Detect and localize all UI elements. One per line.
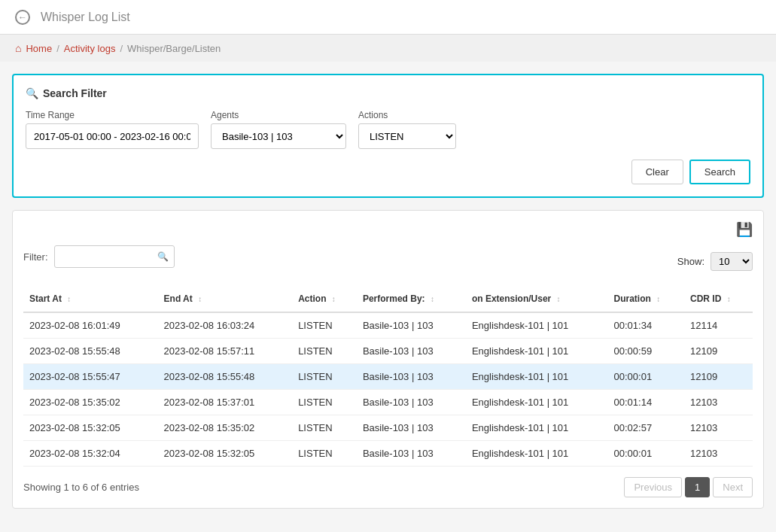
agents-label: Agents: [211, 110, 346, 120]
col-end-at[interactable]: End At ↕: [158, 286, 293, 312]
agents-select[interactable]: Basile-103 | 103: [211, 123, 346, 149]
table-row: 2023-02-08 16:01:492023-02-08 16:03:24LI…: [23, 312, 753, 339]
cell-end_at: 2023-02-08 15:57:11: [158, 339, 293, 364]
table-row: 2023-02-08 15:32:052023-02-08 15:35:02LI…: [23, 415, 753, 441]
cell-cdr_id: 12109: [684, 364, 753, 390]
cell-start_at: 2023-02-08 15:55:48: [23, 339, 158, 364]
breadcrumb-home[interactable]: Home: [26, 43, 52, 54]
cell-action: LISTEN: [292, 415, 357, 441]
cell-end_at: 2023-02-08 15:55:48: [158, 364, 293, 390]
actions-label: Actions: [358, 110, 456, 120]
table-header-row: Start At ↕ End At ↕ Action ↕ Performed B…: [23, 286, 753, 312]
cell-cdr_id: 12103: [684, 415, 753, 441]
cell-end_at: 2023-02-08 15:32:05: [158, 441, 293, 467]
filter-row: Time Range Agents Basile-103 | 103 Actio…: [26, 110, 750, 149]
cell-cdr_id: 12103: [684, 441, 753, 467]
show-label: Show:: [677, 256, 704, 267]
cell-duration: 00:02:57: [608, 415, 684, 441]
cell-cdr_id: 12114: [684, 312, 753, 339]
show-row: Show: 10 25 50 100: [677, 252, 753, 271]
cell-performed_by: Basile-103 | 103: [357, 364, 466, 390]
cell-action: LISTEN: [292, 441, 357, 467]
time-range-input[interactable]: [26, 123, 199, 149]
pagination-summary: Showing 1 to 6 of 6 entries: [23, 482, 139, 493]
search-filter-title: 🔍 Search Filter: [26, 87, 750, 99]
cell-start_at: 2023-02-08 15:35:02: [23, 390, 158, 415]
col-action[interactable]: Action ↕: [292, 286, 357, 312]
cell-performed_by: Basile-103 | 103: [357, 312, 466, 339]
cell-duration: 00:01:34: [608, 312, 684, 339]
cell-on_extension: Englishdesk-101 | 101: [466, 390, 608, 415]
show-select[interactable]: 10 25 50 100: [711, 252, 753, 271]
col-performed-by[interactable]: Performed By: ↕: [357, 286, 466, 312]
table-row: 2023-02-08 15:55:472023-02-08 15:55:48LI…: [23, 364, 753, 390]
cell-action: LISTEN: [292, 390, 357, 415]
col-cdr-id[interactable]: CDR ID ↕: [684, 286, 753, 312]
filter-label: Filter:: [23, 251, 48, 263]
clear-button[interactable]: Clear: [631, 160, 683, 184]
col-start-at[interactable]: Start At ↕: [23, 286, 158, 312]
filter-text-input[interactable]: [54, 245, 175, 268]
cell-on_extension: Englishdesk-101 | 101: [466, 364, 608, 390]
save-icon[interactable]: 💾: [736, 221, 753, 238]
cell-start_at: 2023-02-08 15:32:04: [23, 441, 158, 467]
search-filter-box: 🔍 Search Filter Time Range Agents Basile…: [12, 74, 764, 198]
actions-field: Actions LISTEN BARGE WHISPER: [358, 110, 456, 149]
cell-end_at: 2023-02-08 16:03:24: [158, 312, 293, 339]
filter-input-row: Filter: 🔍: [23, 245, 175, 268]
cell-performed_by: Basile-103 | 103: [357, 441, 466, 467]
cell-end_at: 2023-02-08 15:35:02: [158, 415, 293, 441]
page-1-button[interactable]: 1: [685, 477, 710, 497]
cell-performed_by: Basile-103 | 103: [357, 339, 466, 364]
filter-actions: Clear Search: [26, 160, 750, 184]
cell-cdr_id: 12103: [684, 390, 753, 415]
actions-select[interactable]: LISTEN BARGE WHISPER: [358, 123, 456, 149]
breadcrumb: ⌂ Home / Activity logs / Whisper/Barge/L…: [0, 35, 776, 62]
home-icon: ⌂: [15, 42, 21, 54]
cell-on_extension: Englishdesk-101 | 101: [466, 441, 608, 467]
col-on-extension[interactable]: on Extension/User ↕: [466, 286, 608, 312]
cell-duration: 00:00:01: [608, 364, 684, 390]
cell-performed_by: Basile-103 | 103: [357, 390, 466, 415]
cell-start_at: 2023-02-08 15:32:05: [23, 415, 158, 441]
cell-start_at: 2023-02-08 15:55:47: [23, 364, 158, 390]
cell-end_at: 2023-02-08 15:37:01: [158, 390, 293, 415]
pagination-row: Showing 1 to 6 of 6 entries Previous 1 N…: [23, 477, 753, 497]
cell-duration: 00:01:14: [608, 390, 684, 415]
cell-cdr_id: 12109: [684, 339, 753, 364]
search-filter-icon: 🔍: [26, 87, 38, 99]
filter-input-wrapper: 🔍: [54, 245, 175, 268]
breadcrumb-activity-logs[interactable]: Activity logs: [64, 43, 116, 54]
cell-performed_by: Basile-103 | 103: [357, 415, 466, 441]
time-range-field: Time Range: [26, 110, 199, 149]
toolbar-right: 💾: [736, 221, 753, 238]
table-row: 2023-02-08 15:35:022023-02-08 15:37:01LI…: [23, 390, 753, 415]
cell-duration: 00:00:59: [608, 339, 684, 364]
cell-on_extension: Englishdesk-101 | 101: [466, 312, 608, 339]
agents-field: Agents Basile-103 | 103: [211, 110, 346, 149]
cell-action: LISTEN: [292, 364, 357, 390]
cell-on_extension: Englishdesk-101 | 101: [466, 339, 608, 364]
table-container: 💾 Filter: 🔍 Show: 10 25 50 100: [12, 210, 764, 509]
table-row: 2023-02-08 15:32:042023-02-08 15:32:05LI…: [23, 441, 753, 467]
page-title: Whisper LogList: [38, 9, 130, 25]
cell-action: LISTEN: [292, 312, 357, 339]
table-toolbar: 💾: [23, 221, 753, 238]
previous-button[interactable]: Previous: [624, 477, 682, 497]
main-content: 🔍 Search Filter Time Range Agents Basile…: [0, 62, 776, 521]
back-button[interactable]: ←: [15, 10, 30, 25]
breadcrumb-current: Whisper/Barge/Listen: [127, 43, 221, 54]
page-header: ← Whisper LogList: [0, 0, 776, 35]
cell-start_at: 2023-02-08 16:01:49: [23, 312, 158, 339]
cell-on_extension: Englishdesk-101 | 101: [466, 415, 608, 441]
next-button[interactable]: Next: [713, 477, 753, 497]
col-duration[interactable]: Duration ↕: [608, 286, 684, 312]
time-range-label: Time Range: [26, 110, 199, 120]
cell-action: LISTEN: [292, 339, 357, 364]
cell-duration: 00:00:01: [608, 441, 684, 467]
pagination-controls: Previous 1 Next: [624, 477, 753, 497]
data-table: Start At ↕ End At ↕ Action ↕ Performed B…: [23, 286, 753, 467]
table-row: 2023-02-08 15:55:482023-02-08 15:57:11LI…: [23, 339, 753, 364]
search-button[interactable]: Search: [689, 160, 750, 184]
